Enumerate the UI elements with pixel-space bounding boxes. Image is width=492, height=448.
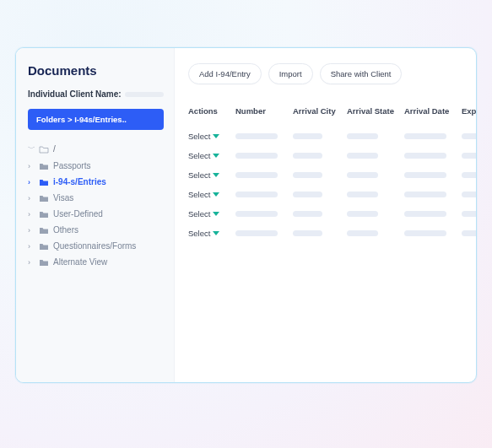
breadcrumb[interactable]: Folders > I-94s/Entries.. bbox=[28, 109, 164, 130]
cell-placeholder bbox=[347, 133, 399, 139]
import-button[interactable]: Import bbox=[268, 63, 313, 84]
row-select-dropdown[interactable]: Select bbox=[188, 229, 230, 238]
skeleton-bar bbox=[462, 153, 476, 159]
folder-icon bbox=[39, 258, 49, 267]
table-row: Select bbox=[188, 204, 462, 224]
sidebar-item-user-defined[interactable]: › User-Defined bbox=[28, 206, 164, 222]
skeleton-bar bbox=[404, 230, 446, 236]
sidebar-item-label: Passports bbox=[53, 161, 90, 170]
tree-root[interactable]: ﹀ / bbox=[28, 140, 164, 158]
sidebar-item-questionnaires[interactable]: › Questionnaires/Forms bbox=[28, 238, 164, 254]
client-name-placeholder bbox=[125, 92, 164, 97]
skeleton-bar bbox=[293, 230, 322, 236]
skeleton-bar bbox=[404, 153, 446, 159]
sidebar-item-label: i-94-s/Entries bbox=[53, 177, 106, 186]
tree-root-label: / bbox=[53, 144, 56, 154]
skeleton-bar bbox=[347, 172, 378, 178]
folder-icon bbox=[39, 226, 49, 235]
select-label: Select bbox=[188, 209, 210, 219]
select-label: Select bbox=[188, 190, 210, 199]
cell-placeholder bbox=[404, 211, 457, 217]
client-name-label: Individual Client Name: bbox=[28, 89, 122, 99]
row-select-dropdown[interactable]: Select bbox=[188, 151, 230, 160]
folder-icon bbox=[39, 178, 49, 186]
col-actions: Actions bbox=[188, 106, 230, 116]
cell-placeholder bbox=[293, 230, 342, 236]
folder-icon bbox=[39, 162, 49, 170]
cell-placeholder bbox=[462, 172, 476, 178]
col-expiration-date: Expiration Date bbox=[462, 106, 476, 116]
skeleton-bar bbox=[462, 211, 476, 217]
sidebar-item-i94-entries[interactable]: › i-94-s/Entries bbox=[28, 174, 164, 190]
table-row: Select bbox=[188, 146, 462, 165]
caret-down-icon bbox=[213, 173, 219, 177]
skeleton-bar bbox=[462, 230, 476, 236]
sidebar-item-label: Questionnaires/Forms bbox=[53, 241, 136, 251]
row-select-dropdown[interactable]: Select bbox=[188, 190, 230, 199]
caret-down-icon bbox=[213, 192, 219, 197]
page-title: Documents bbox=[28, 63, 164, 78]
sidebar-item-passports[interactable]: › Passports bbox=[28, 158, 164, 174]
cell-placeholder bbox=[404, 133, 457, 139]
row-select-dropdown[interactable]: Select bbox=[188, 170, 230, 180]
chevron-right-icon: › bbox=[28, 258, 35, 267]
skeleton-bar bbox=[347, 211, 378, 217]
col-number: Number bbox=[235, 106, 288, 116]
skeleton-bar bbox=[347, 133, 378, 139]
skeleton-bar bbox=[347, 192, 378, 197]
skeleton-bar bbox=[235, 230, 278, 236]
main-content: Add I-94/Entry Import Share with Client … bbox=[175, 48, 476, 382]
sidebar-item-label: Alternate View bbox=[53, 257, 107, 267]
cell-placeholder bbox=[235, 133, 288, 139]
col-arrival-state: Arrival State bbox=[347, 106, 399, 116]
skeleton-bar bbox=[462, 192, 476, 197]
folder-icon bbox=[39, 194, 49, 202]
skeleton-bar bbox=[462, 172, 476, 178]
sidebar-item-visas[interactable]: › Visas bbox=[28, 190, 164, 206]
skeleton-bar bbox=[404, 211, 446, 217]
row-select-dropdown[interactable]: Select bbox=[188, 209, 230, 219]
table-row: Select bbox=[188, 224, 462, 243]
row-select-dropdown[interactable]: Select bbox=[188, 132, 230, 141]
cell-placeholder bbox=[462, 230, 476, 236]
caret-down-icon bbox=[213, 231, 219, 235]
cell-placeholder bbox=[404, 172, 457, 178]
skeleton-bar bbox=[235, 133, 278, 139]
caret-down-icon bbox=[213, 212, 219, 216]
table-row: Select bbox=[188, 165, 462, 185]
share-with-client-button[interactable]: Share with Client bbox=[320, 63, 403, 84]
skeleton-bar bbox=[462, 133, 476, 139]
table-row: Select bbox=[188, 127, 462, 146]
skeleton-bar bbox=[235, 211, 278, 217]
sidebar-item-alternate-view[interactable]: › Alternate View bbox=[28, 254, 164, 270]
cell-placeholder bbox=[235, 153, 288, 159]
skeleton-bar bbox=[235, 192, 278, 197]
chevron-right-icon: › bbox=[28, 226, 35, 235]
table-header-row: Actions Number Arrival City Arrival Stat… bbox=[188, 106, 462, 127]
folder-tree: ﹀ / › Passports › i-94-s/Entries bbox=[28, 140, 164, 270]
skeleton-bar bbox=[235, 172, 278, 178]
chevron-right-icon: › bbox=[28, 194, 35, 202]
cell-placeholder bbox=[235, 192, 288, 197]
cell-placeholder bbox=[462, 211, 476, 217]
sidebar-item-others[interactable]: › Others bbox=[28, 222, 164, 238]
chevron-right-icon: › bbox=[28, 210, 35, 219]
i94-table: Actions Number Arrival City Arrival Stat… bbox=[188, 106, 462, 243]
cell-placeholder bbox=[293, 133, 342, 139]
skeleton-bar bbox=[347, 153, 378, 159]
caret-down-icon bbox=[213, 154, 219, 158]
cell-placeholder bbox=[347, 192, 399, 197]
select-label: Select bbox=[188, 170, 210, 180]
skeleton-bar bbox=[293, 133, 322, 139]
sidebar-item-label: User-Defined bbox=[53, 209, 103, 219]
skeleton-bar bbox=[293, 153, 322, 159]
sidebar: Documents Individual Client Name: Folder… bbox=[16, 48, 175, 382]
cell-placeholder bbox=[235, 230, 288, 236]
documents-window: Documents Individual Client Name: Folder… bbox=[15, 47, 477, 383]
add-i94-button[interactable]: Add I-94/Entry bbox=[188, 63, 262, 84]
client-name-row: Individual Client Name: bbox=[28, 89, 164, 99]
table-body: SelectSelectSelectSelectSelectSelect bbox=[188, 127, 462, 243]
cell-placeholder bbox=[404, 192, 457, 197]
cell-placeholder bbox=[235, 211, 288, 217]
cell-placeholder bbox=[404, 230, 457, 236]
